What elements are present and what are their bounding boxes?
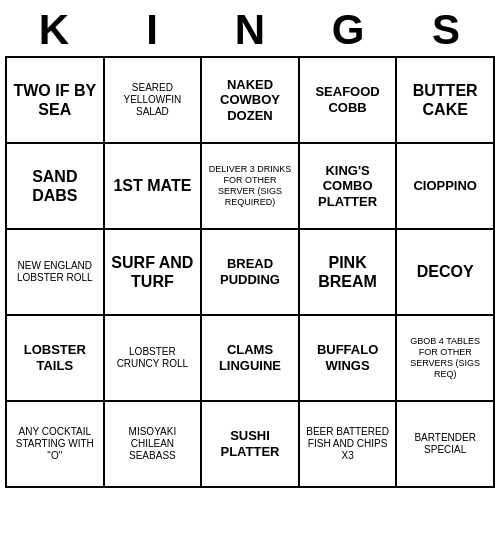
bingo-cell-9: CIOPPINO: [397, 144, 495, 230]
bingo-cell-19: GBOB 4 TABLES FOR OTHER SERVERS (SIGS RE…: [397, 316, 495, 402]
title-i: I: [107, 6, 197, 54]
title-g: G: [303, 6, 393, 54]
bingo-cell-12: BREAD PUDDING: [202, 230, 300, 316]
bingo-grid: TWO IF BY SEASEARED YELLOWFIN SALADNAKED…: [5, 56, 495, 488]
bingo-cell-4: BUTTER CAKE: [397, 58, 495, 144]
title-s: S: [401, 6, 491, 54]
bingo-cell-7: DELIVER 3 DRINKS FOR OTHER SERVER (SIGS …: [202, 144, 300, 230]
bingo-cell-8: KING'S COMBO PLATTER: [300, 144, 398, 230]
title-k: K: [9, 6, 99, 54]
bingo-title: K I N G S: [5, 6, 495, 54]
bingo-cell-24: BARTENDER SPECIAL: [397, 402, 495, 488]
bingo-card: K I N G S TWO IF BY SEASEARED YELLOWFIN …: [5, 6, 495, 488]
bingo-cell-1: SEARED YELLOWFIN SALAD: [105, 58, 203, 144]
bingo-cell-16: LOBSTER CRUNCY ROLL: [105, 316, 203, 402]
bingo-cell-0: TWO IF BY SEA: [7, 58, 105, 144]
bingo-cell-15: LOBSTER TAILS: [7, 316, 105, 402]
bingo-cell-13: PINK BREAM: [300, 230, 398, 316]
title-n: N: [205, 6, 295, 54]
bingo-cell-5: SAND DABS: [7, 144, 105, 230]
bingo-cell-11: SURF AND TURF: [105, 230, 203, 316]
bingo-cell-17: CLAMS LINGUINE: [202, 316, 300, 402]
bingo-cell-22: SUSHI PLATTER: [202, 402, 300, 488]
bingo-cell-14: DECOY: [397, 230, 495, 316]
bingo-cell-20: ANY COCKTAIL STARTING WITH "O": [7, 402, 105, 488]
bingo-cell-10: NEW ENGLAND LOBSTER ROLL: [7, 230, 105, 316]
bingo-cell-18: BUFFALO WINGS: [300, 316, 398, 402]
bingo-cell-2: NAKED COWBOY DOZEN: [202, 58, 300, 144]
bingo-cell-6: 1ST MATE: [105, 144, 203, 230]
bingo-cell-21: MISOYAKI CHILEAN SEABASS: [105, 402, 203, 488]
bingo-cell-3: SEAFOOD COBB: [300, 58, 398, 144]
bingo-cell-23: BEER BATTERED FISH AND CHIPS X3: [300, 402, 398, 488]
